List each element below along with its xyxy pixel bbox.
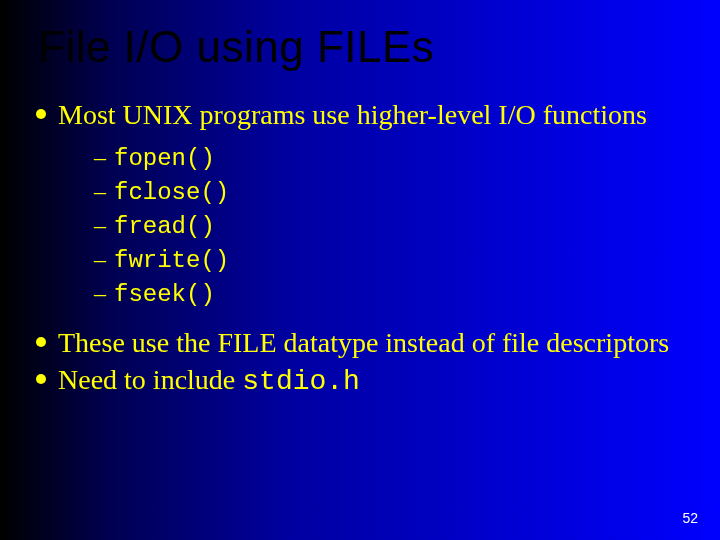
sub-item: – fseek()	[94, 277, 720, 311]
bullet-icon	[36, 374, 46, 384]
bullet-item: Need to include stdio.h	[36, 363, 720, 398]
dash-icon: –	[94, 141, 106, 174]
sub-item: – fwrite()	[94, 243, 720, 277]
slide-title: File I/O using FILEs	[0, 0, 720, 72]
sub-list: – fopen() – fclose() – fread() – fwrite(…	[36, 135, 720, 326]
dash-icon: –	[94, 209, 106, 242]
sub-item: – fread()	[94, 209, 720, 243]
bullet-text-prefix: Need to include	[58, 364, 242, 395]
bullet-icon	[36, 337, 46, 347]
dash-icon: –	[94, 277, 106, 310]
page-number: 52	[682, 510, 698, 526]
dash-icon: –	[94, 175, 106, 208]
bullet-item: These use the FILE datatype instead of f…	[36, 326, 720, 359]
code-text: fseek()	[114, 278, 215, 311]
sub-item: – fopen()	[94, 141, 720, 175]
code-text: fopen()	[114, 142, 215, 175]
code-text: fread()	[114, 210, 215, 243]
code-text: fclose()	[114, 176, 229, 209]
sub-item: – fclose()	[94, 175, 720, 209]
bullet-item: Most UNIX programs use higher-level I/O …	[36, 98, 720, 131]
code-text: fwrite()	[114, 244, 229, 277]
dash-icon: –	[94, 243, 106, 276]
bullet-text: These use the FILE datatype instead of f…	[58, 326, 669, 359]
slide-content: Most UNIX programs use higher-level I/O …	[0, 72, 720, 398]
bullet-text: Need to include stdio.h	[58, 363, 360, 398]
bullet-text: Most UNIX programs use higher-level I/O …	[58, 98, 647, 131]
code-text: stdio.h	[242, 366, 360, 397]
bullet-icon	[36, 109, 46, 119]
